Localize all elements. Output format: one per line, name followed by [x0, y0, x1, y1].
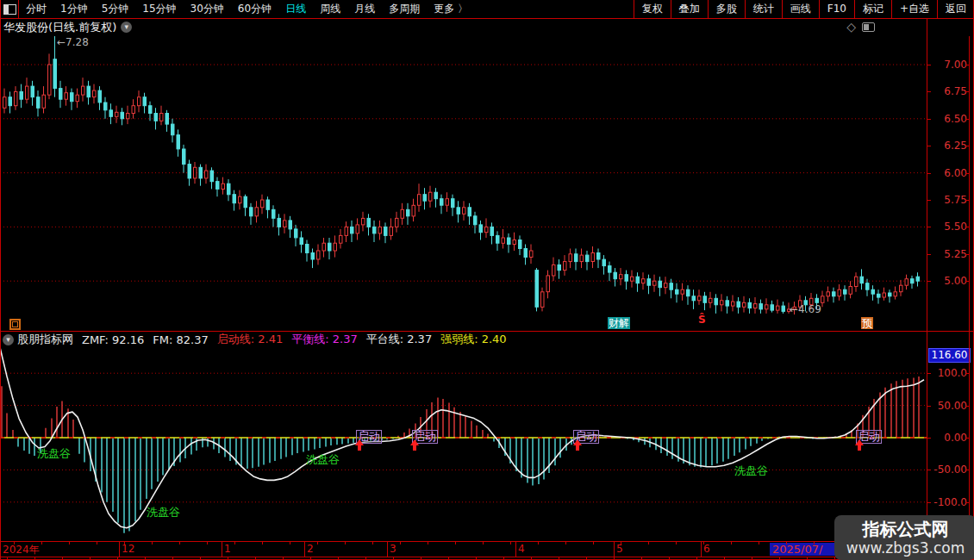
chevron-down-icon[interactable]: ▾: [3, 334, 14, 345]
menu-item-更多 〉[interactable]: 更多 〉: [427, 0, 475, 18]
menu-item-30分钟[interactable]: 30分钟: [184, 0, 231, 18]
menu-item-多股[interactable]: 多股: [708, 0, 745, 18]
kline-chart-area[interactable]: ←7.28 ←4.69 财解 Ŝ 预: [0, 36, 927, 331]
menu-item-15分钟[interactable]: 15分钟: [135, 0, 183, 18]
indicator-panel[interactable]: 洗盘谷洗盘谷洗盘谷洗盘谷启动启动启动启动: [0, 348, 927, 541]
candle: [452, 199, 455, 208]
candle: [423, 195, 427, 202]
xipangu-label: 洗盘谷: [37, 446, 71, 462]
indicator-chart[interactable]: [0, 348, 927, 541]
timeline-tick: [621, 542, 621, 544]
candle: [838, 289, 841, 296]
candle: [883, 293, 886, 297]
timeline-tick: [262, 542, 263, 544]
candle: [351, 227, 354, 233]
menu-item-多周期[interactable]: 多周期: [382, 0, 427, 18]
candle: [244, 196, 247, 208]
up-arrow-icon: [573, 439, 582, 445]
latest-value-badge: 116.60: [928, 348, 971, 363]
axis-tick: [927, 173, 931, 174]
indicator-source[interactable]: 股朋指标网: [17, 332, 73, 347]
xipangu-label: 洗盘谷: [306, 452, 340, 468]
candle: [647, 279, 651, 286]
candle: [311, 253, 315, 260]
candle: [82, 86, 85, 95]
xipangu-label: 洗盘谷: [147, 505, 180, 520]
candle: [642, 279, 646, 283]
menu-item-1分钟[interactable]: 1分钟: [53, 0, 95, 18]
menu-item-F10[interactable]: F10: [819, 0, 854, 18]
layout-toggle-button[interactable]: [0, 0, 19, 18]
timeline-tick: [345, 542, 346, 544]
candle: [833, 292, 836, 296]
timeline-tick: [69, 542, 70, 544]
indicator-field: 平台线: 2.37: [366, 332, 432, 347]
menu-item-画线[interactable]: 画线: [782, 0, 819, 18]
candle: [93, 90, 97, 97]
candle: [603, 259, 606, 266]
candle: [827, 292, 830, 296]
menu-item-60分钟[interactable]: 60分钟: [231, 0, 278, 18]
price-axis-label: 5.75: [944, 194, 967, 206]
candle: [860, 277, 864, 283]
menu-item-标记[interactable]: 标记: [854, 0, 891, 18]
timeline-tick: [786, 542, 787, 544]
price-axis-label: 6.50: [944, 113, 967, 125]
indicator-field: FM: 82.37: [153, 333, 208, 346]
candle: [759, 304, 763, 309]
candle: [569, 254, 572, 262]
candle: [429, 192, 433, 201]
diamond-icon[interactable]: ◇: [846, 21, 856, 33]
candle: [877, 294, 881, 297]
timeline-tick: [372, 542, 373, 544]
period-menu: 分时1分钟5分钟15分钟30分钟60分钟日线周线月线多周期更多 〉: [19, 0, 475, 18]
candle: [177, 135, 180, 149]
candle: [194, 167, 197, 178]
candle: [345, 227, 348, 235]
axis-tick: [927, 438, 931, 439]
indicator-field: 平衡线: 2.37: [291, 332, 357, 347]
candle: [121, 112, 124, 119]
menu-item-复权[interactable]: 复权: [634, 0, 671, 18]
timeline-tick: [207, 542, 208, 544]
candle: [306, 245, 309, 253]
menu-item-+自选[interactable]: +自选: [891, 0, 937, 18]
candle: [149, 106, 153, 114]
candle: [205, 171, 209, 178]
menu-item-叠加[interactable]: 叠加: [671, 0, 708, 18]
candle: [916, 277, 920, 281]
menu-item-周线[interactable]: 周线: [313, 0, 347, 18]
timeline-tick: [814, 542, 815, 544]
axis-tick: [927, 200, 931, 201]
yu-marker: 预: [861, 317, 873, 329]
candle: [272, 209, 276, 218]
menu-item-分时[interactable]: 分时: [19, 0, 53, 18]
window-split-icon[interactable]: [862, 22, 875, 32]
xipangu-label: 洗盘谷: [734, 464, 768, 479]
candle: [48, 65, 52, 95]
candle: [659, 281, 662, 288]
timeline-tick: [41, 542, 42, 544]
menu-item-5分钟[interactable]: 5分钟: [95, 0, 136, 18]
candle: [703, 296, 707, 303]
month-label: 6: [703, 543, 710, 555]
menu-item-统计[interactable]: 统计: [745, 0, 782, 18]
candle: [546, 276, 550, 292]
candle: [59, 89, 63, 100]
candle: [575, 254, 578, 262]
chevron-down-icon[interactable]: ▾: [121, 22, 132, 33]
menu-item-返回[interactable]: 返回: [937, 0, 974, 18]
kline-chart[interactable]: [0, 36, 927, 331]
page-title[interactable]: 华发股份(日线.前复权): [3, 20, 116, 35]
candle: [765, 305, 769, 309]
candle: [53, 59, 57, 89]
menu-item-日线[interactable]: 日线: [278, 0, 313, 18]
candle: [709, 298, 713, 302]
menu-item-月线[interactable]: 月线: [347, 0, 382, 18]
candle: [821, 296, 825, 303]
indicator-field: 强弱线: 2.40: [440, 332, 506, 347]
candle: [564, 262, 567, 271]
back-marker-button[interactable]: [9, 319, 21, 330]
candle: [199, 167, 203, 178]
candle: [172, 124, 175, 135]
